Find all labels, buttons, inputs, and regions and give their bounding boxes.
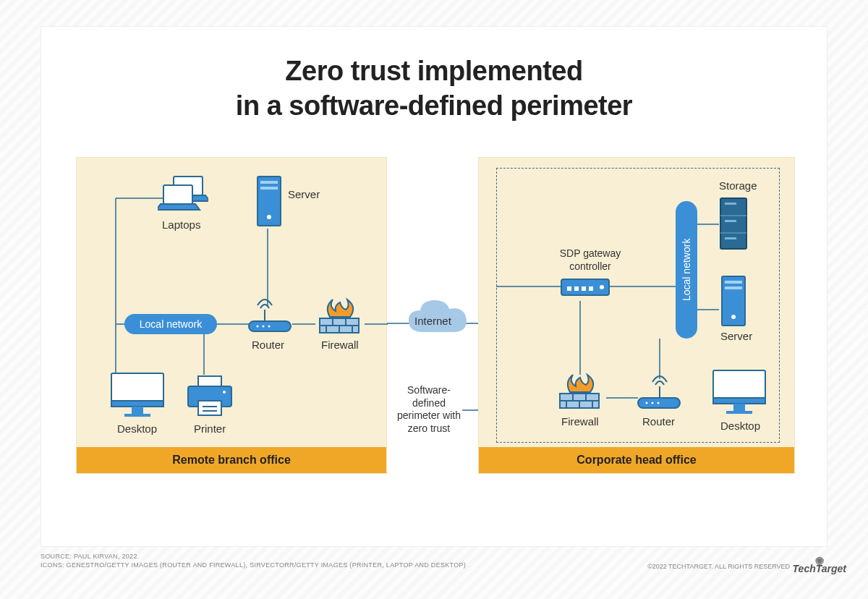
desktop-icon-right: [710, 368, 768, 421]
credits: SOURCE: PAUL KIRVAN, 2022. ICONS: GENEST…: [41, 552, 466, 570]
svg-rect-31: [582, 286, 586, 291]
printer-icon: [184, 373, 236, 422]
svg-rect-21: [124, 414, 150, 417]
credit-icons: ICONS: GENESTRO/GETTY IMAGES (ROUTER AND…: [41, 561, 466, 570]
svg-rect-1: [163, 185, 192, 204]
pill-local-network-left: Local network: [124, 314, 217, 334]
svg-rect-32: [589, 286, 593, 291]
server-icon: [256, 175, 282, 230]
svg-point-27: [223, 391, 226, 394]
svg-point-54: [652, 402, 654, 404]
firewall-icon-right: [556, 372, 603, 415]
techtarget-logo: ◉ TechTarget: [793, 554, 846, 574]
pill-local-network-right: Local network: [676, 201, 697, 339]
svg-point-55: [658, 402, 660, 404]
title-line-1: Zero trust implemented: [285, 56, 582, 86]
svg-rect-34: [720, 198, 746, 249]
panel-corporate: SDP gateway controller Local network Sto…: [478, 157, 795, 474]
svg-rect-29: [567, 286, 571, 291]
svg-rect-22: [198, 376, 221, 386]
svg-point-10: [268, 326, 271, 328]
label-router-right: Router: [642, 415, 675, 428]
server-icon-right: [720, 275, 746, 330]
footer-corporate: Corporate head office: [479, 447, 794, 473]
router-icon-right: [635, 372, 683, 417]
svg-point-8: [257, 326, 259, 328]
svg-rect-57: [713, 398, 765, 404]
svg-rect-41: [725, 281, 742, 284]
storage-icon: [719, 197, 748, 253]
label-sdp-note: Software- defined perimeter with zero tr…: [393, 384, 465, 435]
laptop-icon: [158, 175, 208, 220]
svg-rect-59: [726, 411, 752, 414]
label-server-left: Server: [288, 188, 320, 200]
label-desktop-left: Desktop: [117, 422, 157, 435]
svg-rect-42: [725, 286, 742, 289]
svg-point-53: [646, 402, 648, 404]
svg-point-33: [600, 285, 604, 289]
svg-rect-3: [260, 181, 278, 184]
svg-rect-20: [132, 407, 143, 414]
svg-point-43: [731, 315, 736, 319]
svg-point-5: [267, 215, 271, 219]
firewall-icon-left: [315, 297, 363, 340]
svg-rect-39: [725, 237, 736, 239]
label-firewall-left: Firewall: [321, 339, 359, 351]
label-storage: Storage: [719, 179, 757, 192]
label-server-right: Server: [720, 330, 752, 342]
credit-source: SOURCE: PAUL KIRVAN, 2022.: [41, 552, 466, 561]
label-firewall-right: Firewall: [561, 415, 599, 428]
footer-remote: Remote branch office: [77, 447, 386, 473]
svg-rect-19: [111, 401, 163, 407]
label-laptops: Laptops: [162, 218, 200, 231]
svg-rect-4: [260, 187, 278, 190]
label-router-left: Router: [252, 339, 284, 351]
panel-remote-branch: Laptops Server Local network: [76, 157, 387, 474]
label-internet: Internet: [414, 315, 451, 327]
svg-rect-38: [725, 220, 736, 222]
sdp-gateway-icon: [560, 278, 610, 300]
label-printer: Printer: [194, 422, 226, 435]
svg-rect-30: [574, 286, 579, 291]
diagram-card: Zero trust implemented in a software-def…: [41, 26, 827, 547]
diagram-title: Zero trust implemented in a software-def…: [41, 54, 827, 123]
svg-rect-58: [733, 404, 745, 411]
label-sdp-gateway: SDP gateway controller: [554, 247, 626, 273]
title-line-2: in a software-defined perimeter: [236, 90, 632, 121]
copyright: ©2022 TECHTARGET. ALL RIGHTS RESERVED: [647, 563, 790, 570]
router-icon-left: [246, 295, 294, 340]
logo-text: TechTarget: [793, 563, 846, 574]
svg-point-9: [263, 326, 265, 328]
label-desktop-right: Desktop: [720, 420, 760, 432]
desktop-icon-left: [109, 370, 166, 424]
svg-rect-37: [725, 203, 736, 205]
svg-rect-24: [198, 401, 221, 415]
